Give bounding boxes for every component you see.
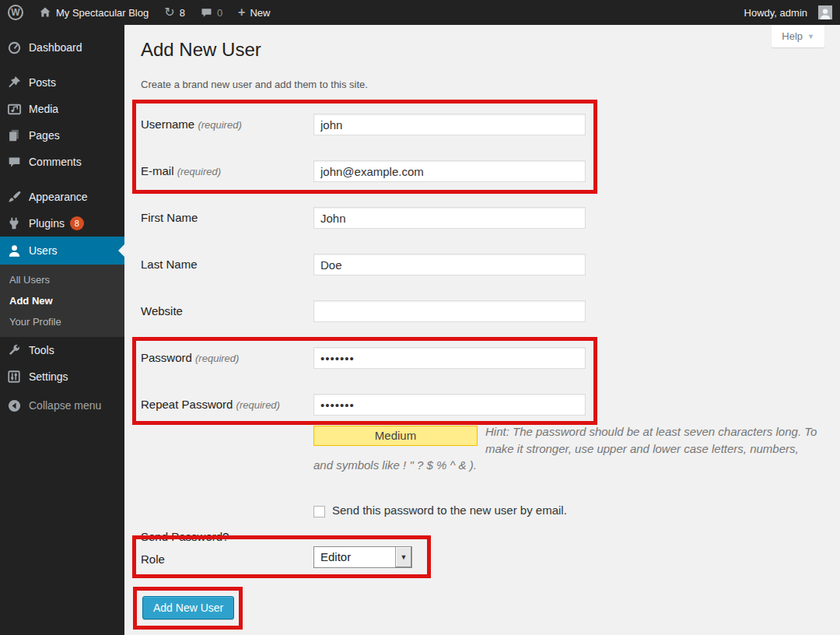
username-label: Username (required) [141,118,308,131]
wordpress-logo-icon: W [8,5,23,20]
pushpin-icon [6,75,22,90]
help-label: Help [782,30,803,42]
new-label: New [250,7,270,19]
email-label: E-mail (required) [141,164,308,177]
sidebar-item-users[interactable]: Users [0,237,124,265]
page-subtitle: Create a brand new user and add them to … [141,79,368,90]
updates-count: 8 [180,7,185,19]
updates-link[interactable]: ↻ 8 [156,0,193,25]
username-field[interactable] [313,114,586,135]
last-name-field[interactable] [313,254,586,275]
sidebar-item-dashboard[interactable]: Dashboard [0,34,124,61]
plus-icon: + [238,6,245,19]
chevron-down-icon: ▼ [401,553,408,561]
sidebar-item-appearance[interactable]: Appearance [0,184,124,210]
sidebar-item-pages[interactable]: Pages [0,122,124,149]
first-name-label: First Name [141,211,308,224]
help-button[interactable]: Help ▼ [772,25,824,47]
repeat-password-label: Repeat Password (required) [141,398,308,411]
dropdown-arrow-button[interactable]: ▼ [395,547,411,567]
last-name-label: Last Name [141,258,308,271]
password-field[interactable] [313,347,586,369]
submenu-item-add-new[interactable]: Add New [0,290,124,311]
website-field[interactable] [313,300,586,322]
avatar [818,5,832,19]
wordpress-admin-page: W My Spectacular Blog ↻ 8 0 + New Howdy,… [0,0,840,635]
sliders-icon [6,369,22,384]
website-label: Website [141,304,308,318]
submenu-item-all-users[interactable]: All Users [0,269,124,290]
sidebar-item-posts[interactable]: Posts [0,69,124,96]
send-password-checkbox-label[interactable]: Send this password to the new user by em… [332,503,567,517]
wordpress-logo-menu[interactable]: W [0,0,31,25]
role-dropdown[interactable]: Editor ▼ [313,546,412,568]
add-new-user-button[interactable]: Add New User [142,596,234,619]
role-selected-value: Editor [314,547,395,567]
howdy-label: Howdy, admin [744,7,807,19]
submenu-item-your-profile[interactable]: Your Profile [0,311,124,332]
new-content-menu[interactable]: + New [230,0,278,25]
chevron-down-icon: ▼ [807,33,814,40]
paintbrush-icon [6,189,22,205]
send-password-label: Send Password? [141,530,308,543]
my-account-menu[interactable]: Howdy, admin [737,0,840,25]
sidebar-item-media[interactable]: Media [0,96,124,122]
comment-bubble-icon [6,154,22,170]
sidebar-item-tools[interactable]: Tools [0,337,124,363]
role-label: Role [141,553,308,566]
media-icon [6,101,22,117]
repeat-password-field[interactable] [313,394,586,416]
sidebar-item-settings[interactable]: Settings [0,363,124,390]
person-icon [6,243,22,258]
comments-link[interactable]: 0 [193,0,230,25]
home-icon [39,6,51,19]
collapse-arrow-icon [6,398,22,413]
sidebar-item-plugins[interactable]: Plugins 8 [0,210,124,237]
users-submenu: All Users Add New Your Profile [0,265,124,337]
first-name-field[interactable] [313,207,586,229]
site-name-label: My Spectacular Blog [56,7,149,19]
main-content: Help ▼ Add New User Create a brand new u… [124,25,840,635]
plugins-update-badge: 8 [70,216,84,230]
comments-count: 0 [217,7,222,19]
comment-bubble-icon [201,7,212,19]
plug-icon [6,216,22,231]
password-label: Password (required) [141,351,308,364]
sidebar-item-collapse-menu[interactable]: Collapse menu [0,392,124,419]
wrench-icon [6,342,22,358]
email-field[interactable] [313,160,586,182]
site-name-link[interactable]: My Spectacular Blog [31,0,156,25]
admin-sidebar: Dashboard Posts Media Pages [0,25,124,635]
updates-icon: ↻ [164,6,174,19]
send-password-checkbox[interactable] [313,506,325,517]
page-title: Add New User [141,39,261,61]
pages-icon [6,128,22,143]
password-strength-meter: Medium [313,426,478,446]
dashboard-gauge-icon [6,40,22,55]
admin-bar: W My Spectacular Blog ↻ 8 0 + New Howdy,… [0,0,840,25]
sidebar-item-comments[interactable]: Comments [0,149,124,175]
